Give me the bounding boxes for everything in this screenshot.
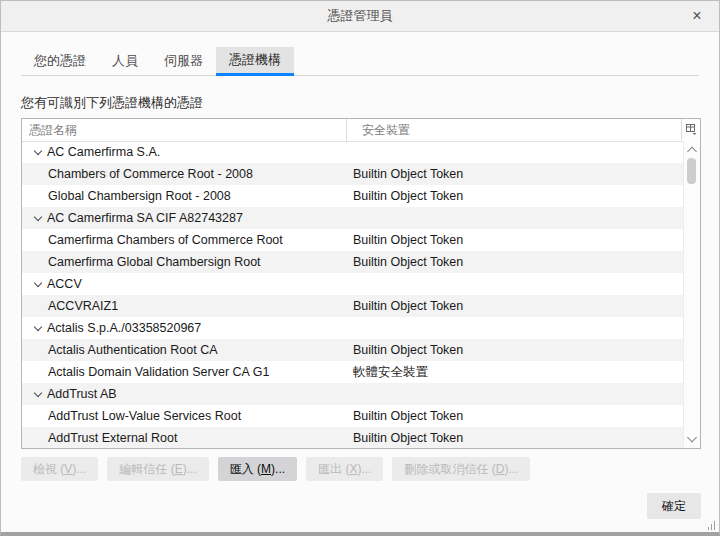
column-header-cert-name[interactable]: 憑證名稱 (29, 119, 77, 141)
table-row[interactable]: AC Camerfirma S.A. (22, 141, 683, 163)
tab-authorities[interactable]: 憑證機構 (216, 47, 294, 76)
cert-name: Camerfirma Global Chambersign Root (48, 255, 261, 269)
export-button[interactable]: 匯出 (X)... (306, 457, 383, 481)
dialog-title: 憑證管理員 (328, 7, 393, 25)
column-picker-icon (686, 124, 697, 135)
chevron-down-icon[interactable] (34, 279, 42, 287)
titlebar: 憑證管理員 × (1, 1, 719, 32)
cert-name: AC Camerfirma SA CIF A82743287 (47, 211, 243, 225)
table-row[interactable]: AC Camerfirma SA CIF A82743287 (22, 207, 683, 229)
certificate-manager-dialog: 憑證管理員 × 您的憑證人員伺服器憑證機構 您有可識別下列憑證機構的憑證 憑證名… (0, 0, 720, 536)
security-device: 軟體安全裝置 (353, 361, 428, 383)
action-button-row: 檢視 (V)...編輯信任 (E)...匯入 (M)...匯出 (X)...刪除… (21, 457, 539, 481)
cert-name: ACCVRAIZ1 (48, 299, 118, 313)
view-button[interactable]: 檢視 (V)... (21, 457, 98, 481)
table-row[interactable]: Actalis Authentication Root CABuiltin Ob… (22, 339, 683, 361)
column-header-security-device[interactable]: 安全裝置 (346, 119, 682, 141)
chevron-down-icon[interactable] (34, 323, 42, 331)
cert-name: Actalis Domain Validation Server CA G1 (48, 365, 269, 379)
scroll-up-icon[interactable] (687, 147, 697, 157)
security-device: Builtin Object Token (353, 339, 463, 361)
table-row[interactable]: Global Chambersign Root - 2008Builtin Ob… (22, 185, 683, 207)
cert-name: AddTrust External Root (48, 431, 177, 445)
cert-name: Chambers of Commerce Root - 2008 (48, 167, 253, 181)
table-row[interactable]: ACCV (22, 273, 683, 295)
security-device: Builtin Object Token (353, 163, 463, 185)
cert-name: Camerfirma Chambers of Commerce Root (48, 233, 283, 247)
table-row[interactable]: ACCVRAIZ1Builtin Object Token (22, 295, 683, 317)
table-row[interactable]: AddTrust External RootBuiltin Object Tok… (22, 427, 683, 448)
ok-button[interactable]: 確定 (647, 493, 701, 519)
tab-your-certificates[interactable]: 您的憑證 (21, 47, 99, 76)
table-row[interactable]: AddTrust AB (22, 383, 683, 405)
cert-name: Actalis Authentication Root CA (48, 343, 218, 357)
cert-name: Actalis S.p.A./03358520967 (47, 321, 201, 335)
description-text: 您有可識別下列憑證機構的憑證 (21, 94, 203, 112)
vertical-scrollbar[interactable] (683, 141, 700, 448)
security-device: Builtin Object Token (353, 427, 463, 448)
tab-people[interactable]: 人員 (99, 47, 151, 76)
import-button[interactable]: 匯入 (M)... (218, 457, 297, 481)
table-row[interactable]: Chambers of Commerce Root - 2008Builtin … (22, 163, 683, 185)
close-icon[interactable]: × (686, 5, 708, 27)
cert-name: AddTrust AB (47, 387, 117, 401)
security-device: Builtin Object Token (353, 185, 463, 207)
scroll-down-icon[interactable] (687, 433, 697, 443)
security-device: Builtin Object Token (353, 251, 463, 273)
certificates-tree: 憑證名稱 安全裝置 AC Camerfirma S.A.Chambers of … (21, 118, 701, 449)
security-device: Builtin Object Token (353, 295, 463, 317)
tab-servers[interactable]: 伺服器 (151, 47, 216, 76)
tab-strip: 您的憑證人員伺服器憑證機構 (21, 47, 699, 76)
table-body: AC Camerfirma S.A.Chambers of Commerce R… (22, 141, 683, 448)
cert-name: AddTrust Low-Value Services Root (48, 409, 241, 423)
chevron-down-icon[interactable] (34, 389, 42, 397)
table-row[interactable]: Camerfirma Global Chambersign RootBuilti… (22, 251, 683, 273)
scrollbar-thumb[interactable] (687, 158, 696, 184)
cert-name: AC Camerfirma S.A. (47, 145, 160, 159)
cert-name: Global Chambersign Root - 2008 (48, 189, 231, 203)
table-header: 憑證名稱 安全裝置 (22, 119, 700, 142)
cert-name: ACCV (47, 277, 82, 291)
table-row[interactable]: Actalis S.p.A./03358520967 (22, 317, 683, 339)
edit-trust-button[interactable]: 編輯信任 (E)... (107, 457, 208, 481)
resize-grip[interactable] (706, 521, 715, 530)
chevron-down-icon[interactable] (34, 213, 42, 221)
security-device: Builtin Object Token (353, 405, 463, 427)
delete-or-distrust-button[interactable]: 刪除或取消信任 (D)... (392, 457, 530, 481)
table-row[interactable]: Camerfirma Chambers of Commerce RootBuil… (22, 229, 683, 251)
table-row[interactable]: AddTrust Low-Value Services RootBuiltin … (22, 405, 683, 427)
table-row[interactable]: Actalis Domain Validation Server CA G1軟體… (22, 361, 683, 383)
security-device: Builtin Object Token (353, 229, 463, 251)
chevron-down-icon[interactable] (34, 147, 42, 155)
column-picker-button[interactable] (681, 119, 700, 140)
